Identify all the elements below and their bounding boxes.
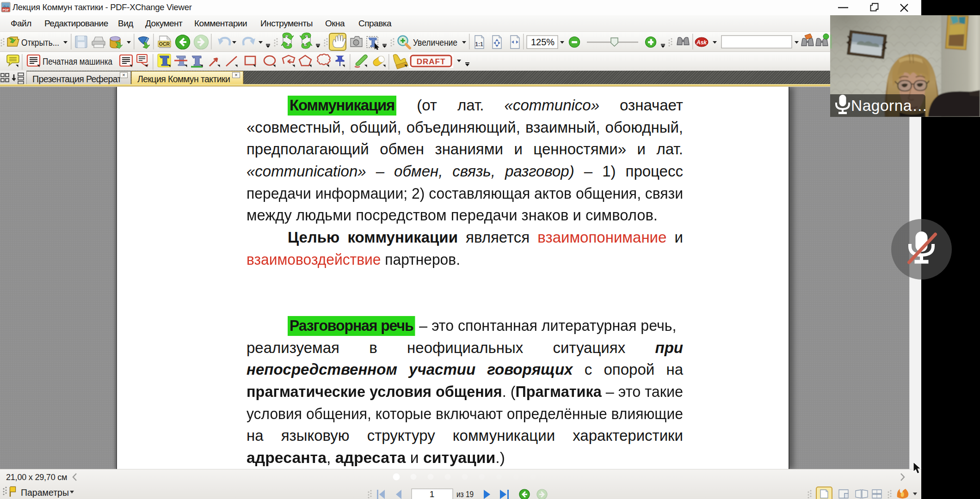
svg-text:PDF: PDF xyxy=(3,8,10,12)
svg-text:1: 1 xyxy=(430,489,435,499)
svg-text:OCR: OCR xyxy=(159,41,170,47)
svg-text:Ask: Ask xyxy=(696,39,707,46)
svg-text:из 19: из 19 xyxy=(456,489,474,499)
svg-text:DRAFT: DRAFT xyxy=(417,57,446,66)
svg-text:Печатная машинка: Печатная машинка xyxy=(43,56,113,67)
svg-text:Увеличение: Увеличение xyxy=(413,37,457,48)
svg-text:125%: 125% xyxy=(531,37,555,47)
svg-text:Открыть...: Открыть... xyxy=(21,37,59,48)
svg-text:1:1: 1:1 xyxy=(475,41,483,48)
